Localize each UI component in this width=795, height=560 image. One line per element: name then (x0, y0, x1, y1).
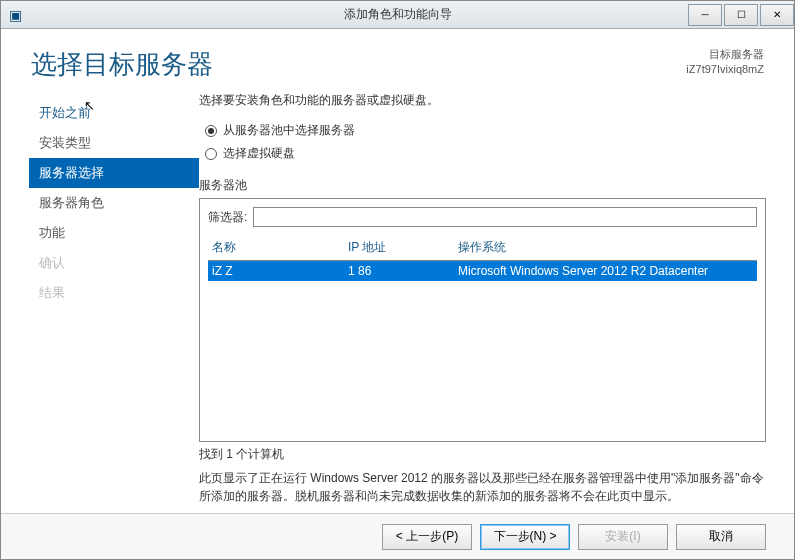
app-icon: ▣ (1, 1, 29, 28)
page-title: 选择目标服务器 (31, 47, 686, 82)
sidebar-item-before-you-begin[interactable]: 开始之前 (29, 98, 199, 128)
window-title: 添加角色和功能向导 (344, 6, 452, 23)
radio-server-pool[interactable]: 从服务器池中选择服务器 (205, 122, 766, 139)
destination-value: iZ7t97Ivixiq8mZ (686, 62, 764, 77)
cancel-button[interactable]: 取消 (676, 524, 766, 550)
radio-label: 从服务器池中选择服务器 (223, 122, 355, 139)
window-controls: ─ ☐ ✕ (686, 4, 794, 26)
header: 选择目标服务器 目标服务器 iZ7t97Ivixiq8mZ (1, 29, 794, 88)
main-panel: 选择要安装角色和功能的服务器或虚拟硬盘。 从服务器池中选择服务器 选择虚拟硬盘 … (199, 92, 766, 505)
note-text: 此页显示了正在运行 Windows Server 2012 的服务器以及那些已经… (199, 469, 766, 505)
sidebar: 开始之前 ↖ 安装类型 服务器选择 服务器角色 功能 确认 结果 (29, 92, 199, 505)
previous-button[interactable]: < 上一步(P) (382, 524, 472, 550)
sidebar-item-confirmation: 确认 (29, 248, 199, 278)
sidebar-item-results: 结果 (29, 278, 199, 308)
cell-os: Microsoft Windows Server 2012 R2 Datacen… (458, 264, 757, 278)
instruction-text: 选择要安装角色和功能的服务器或虚拟硬盘。 (199, 92, 766, 109)
install-button: 安装(I) (578, 524, 668, 550)
column-os[interactable]: 操作系统 (458, 239, 757, 256)
footer: < 上一步(P) 下一步(N) > 安装(I) 取消 (1, 513, 794, 559)
body: 开始之前 ↖ 安装类型 服务器选择 服务器角色 功能 确认 结果 选择要安装角色… (1, 88, 794, 513)
sidebar-item-server-selection[interactable]: 服务器选择 (29, 158, 199, 188)
destination-box: 目标服务器 iZ7t97Ivixiq8mZ (686, 47, 764, 82)
filter-label: 筛选器: (208, 209, 247, 226)
sidebar-item-installation-type[interactable]: 安装类型 (29, 128, 199, 158)
table-row[interactable]: iZ Z 1 86 Microsoft Windows Server 2012 … (208, 261, 757, 281)
filter-row: 筛选器: (208, 207, 757, 227)
minimize-button[interactable]: ─ (688, 4, 722, 26)
maximize-button[interactable]: ☐ (724, 4, 758, 26)
cell-ip: 1 86 (348, 264, 458, 278)
radio-label: 选择虚拟硬盘 (223, 145, 295, 162)
wizard-window: ▣ 添加角色和功能向导 ─ ☐ ✕ 选择目标服务器 目标服务器 iZ7t97Iv… (0, 0, 795, 560)
radio-icon (205, 148, 217, 160)
titlebar: ▣ 添加角色和功能向导 ─ ☐ ✕ (1, 1, 794, 29)
cell-name: iZ Z (208, 264, 348, 278)
column-name[interactable]: 名称 (208, 239, 348, 256)
close-button[interactable]: ✕ (760, 4, 794, 26)
column-ip[interactable]: IP 地址 (348, 239, 458, 256)
table-body: iZ Z 1 86 Microsoft Windows Server 2012 … (208, 261, 757, 433)
sidebar-item-server-roles[interactable]: 服务器角色 (29, 188, 199, 218)
pool-label: 服务器池 (199, 177, 766, 194)
server-pool-box: 筛选器: 名称 IP 地址 操作系统 iZ Z 1 86 Microsoft W… (199, 198, 766, 442)
radio-icon (205, 125, 217, 137)
radio-virtual-hard-disk[interactable]: 选择虚拟硬盘 (205, 145, 766, 162)
destination-label: 目标服务器 (686, 47, 764, 62)
next-button[interactable]: 下一步(N) > (480, 524, 570, 550)
found-count: 找到 1 个计算机 (199, 446, 766, 463)
table-header: 名称 IP 地址 操作系统 (208, 235, 757, 260)
sidebar-item-features[interactable]: 功能 (29, 218, 199, 248)
filter-input[interactable] (253, 207, 757, 227)
